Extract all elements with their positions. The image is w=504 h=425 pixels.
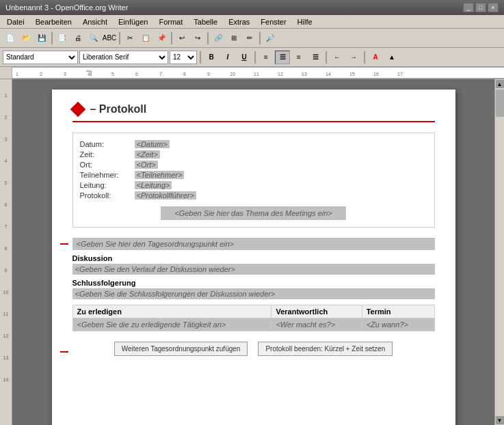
info-row-zeit: Zeit: <Zeit> [80, 150, 427, 159]
spellcheck-button[interactable]: ABC [102, 31, 117, 46]
col-header-deadline: Termin [362, 305, 434, 318]
diamond-icon [70, 102, 85, 118]
align-justify-button[interactable]: ☰ [308, 51, 323, 64]
align-left-button[interactable]: ≡ [258, 51, 274, 64]
redo-button[interactable]: ↪ [190, 31, 205, 46]
hyperlink-button[interactable]: 🔗 [211, 31, 226, 46]
align-right-button[interactable]: ≡ [291, 51, 306, 64]
paste-button[interactable]: 📌 [154, 31, 169, 46]
discussion-content[interactable]: <Geben Sie den Verlauf der Diskussion wi… [72, 264, 435, 275]
document-page: – Protokoll Datum: <Datum> Zeit: <Zeit> … [52, 90, 455, 425]
info-row-leitung: Leitung: <Leitung> [80, 181, 427, 189]
save-button[interactable]: 💾 [34, 31, 49, 46]
action-deadline[interactable]: <Zu wann?> [362, 318, 434, 331]
value-leitung[interactable]: <Leitung> [135, 181, 172, 189]
menu-format[interactable]: Format [155, 17, 187, 27]
info-table: Datum: <Datum> Zeit: <Zeit> Ort: <Ort> T… [72, 133, 435, 228]
menu-datei[interactable]: Datei [3, 17, 29, 27]
decrease-indent-button[interactable]: ← [330, 51, 345, 64]
discussion-section: Diskussion <Geben Sie den Verlauf der Di… [72, 254, 435, 275]
separator-2 [119, 32, 120, 44]
svg-text:7: 7 [159, 72, 162, 77]
label-protokoll: Protokoll: [80, 191, 135, 200]
svg-text:3: 3 [64, 72, 66, 77]
print-button[interactable]: 🖨 [70, 31, 85, 46]
value-zeit[interactable]: <Zeit> [135, 150, 160, 159]
scrollbar[interactable]: ▲ ▼ [494, 79, 504, 425]
info-row-datum: Datum: <Datum> [80, 140, 427, 148]
action-table-row: <Geben Sie die zu erledigende Tätigkeit … [72, 318, 434, 331]
label-zeit: Zeit: [80, 150, 135, 159]
document-container[interactable]: – Protokoll Datum: <Datum> Zeit: <Zeit> … [12, 79, 494, 425]
menu-bar: Datei Bearbeiten Ansicht Einfügen Format… [0, 15, 504, 29]
ruler-numbers: 1 2 3 4 5 6 7 8 9 10 11 12 13 14 15 16 1… [12, 67, 504, 79]
value-teilnehmer[interactable]: <Teilnehmer> [135, 171, 185, 179]
menu-extras[interactable]: Extras [224, 17, 254, 27]
svg-text:14: 14 [326, 72, 331, 77]
menu-bearbeiten[interactable]: Bearbeiten [31, 17, 76, 27]
show-draw-button[interactable]: ✏ [242, 31, 257, 46]
cut-button[interactable]: ✂ [122, 31, 137, 46]
size-dropdown[interactable]: 12 [170, 51, 197, 64]
align-center-button[interactable]: ☰ [275, 51, 290, 64]
italic-button[interactable]: I [220, 51, 235, 64]
end-protokoll-button[interactable]: Protokoll beenden: Kürzel + Zeit setzen [258, 342, 393, 356]
undo-button[interactable]: ↩ [174, 31, 189, 46]
svg-text:4: 4 [88, 72, 90, 77]
svg-text:6: 6 [135, 72, 138, 77]
increase-indent-button[interactable]: → [346, 51, 361, 64]
col-header-responsible: Verantwortlich [271, 305, 362, 318]
svg-text:13: 13 [302, 72, 307, 77]
window-title: Unbenannt 3 - OpenOffice.org Writer [5, 3, 128, 12]
format-sep-1 [200, 51, 201, 64]
svg-text:15: 15 [349, 72, 355, 77]
agenda-section: <Geben Sie hier den Tagesordnungspunkt e… [72, 238, 435, 250]
bold-button[interactable]: B [204, 51, 219, 64]
action-responsible[interactable]: <Wer macht es?> [271, 318, 362, 331]
menu-ansicht[interactable]: Ansicht [79, 17, 111, 27]
svg-text:1: 1 [16, 72, 18, 77]
red-marker-2 [60, 351, 68, 353]
ruler: 1 2 3 4 5 6 7 8 9 10 11 12 13 14 15 16 1… [0, 67, 504, 79]
info-row-protokoll: Protokoll: <Protokollführer> [80, 191, 427, 200]
table-button[interactable]: ⊞ [226, 31, 241, 46]
value-ort[interactable]: <Ort> [135, 161, 158, 169]
new-button[interactable]: 📄 [3, 31, 18, 46]
main-toolbar: 📄 📂 💾 📑 🖨 🔍 ABC ✂ 📋 📌 ↩ ↪ 🔗 ⊞ ✏ 🔎 [0, 29, 504, 48]
action-table: Zu erledigen Verantwortlich Termin <Gebe… [72, 305, 435, 331]
red-marker-1 [60, 243, 68, 245]
menu-tabelle[interactable]: Tabelle [189, 17, 222, 27]
maximize-button[interactable]: □ [475, 3, 486, 12]
title-bar: Unbenannt 3 - OpenOffice.org Writer _ □ … [0, 0, 504, 15]
menu-fenster[interactable]: Fenster [256, 17, 290, 27]
style-dropdown[interactable]: Standard [3, 51, 78, 64]
label-teilnehmer: Teilnehmer: [80, 171, 135, 179]
preview-button[interactable]: 🔍 [86, 31, 101, 46]
meeting-theme-value[interactable]: <Geben Sie hier das Thema des Meetings e… [161, 206, 346, 220]
add-agenda-point-button[interactable]: Weiteren Tagesordnungspunkt zufügen [114, 342, 248, 356]
svg-text:2: 2 [40, 72, 42, 77]
minimize-button[interactable]: _ [463, 3, 474, 12]
left-ruler: 1 2 3 4 5 6 7 8 9 10 11 12 13 14 [0, 79, 12, 425]
font-dropdown[interactable]: Liberation Serif [79, 51, 168, 64]
conclusion-content[interactable]: <Geben Sie die Schlussfolgerungen der Di… [72, 288, 435, 299]
separator-4 [207, 32, 209, 44]
action-task[interactable]: <Geben Sie die zu erledigende Tätigkeit … [72, 318, 271, 331]
conclusion-title: Schlussfolgerung [72, 279, 435, 287]
info-row-teilnehmer: Teilnehmer: <Teilnehmer> [80, 171, 427, 179]
menu-hilfe[interactable]: Hilfe [293, 17, 317, 27]
pdf-button[interactable]: 📑 [55, 31, 70, 46]
separator-5 [259, 32, 261, 44]
value-protokoll[interactable]: <Protokollführer> [135, 191, 196, 200]
close-button[interactable]: × [488, 3, 499, 12]
highlight-button[interactable]: ▲ [384, 51, 399, 64]
label-leitung: Leitung: [80, 181, 135, 189]
font-color-button[interactable]: A [368, 51, 383, 64]
underline-button[interactable]: U [237, 51, 252, 64]
menu-einfuegen[interactable]: Einfügen [114, 17, 152, 27]
agenda-point[interactable]: <Geben Sie hier den Tagesordnungspunkt e… [72, 238, 435, 250]
find-button[interactable]: 🔎 [263, 31, 278, 46]
open-button[interactable]: 📂 [18, 31, 34, 46]
copy-button[interactable]: 📋 [138, 31, 153, 46]
value-datum[interactable]: <Datum> [135, 140, 170, 148]
